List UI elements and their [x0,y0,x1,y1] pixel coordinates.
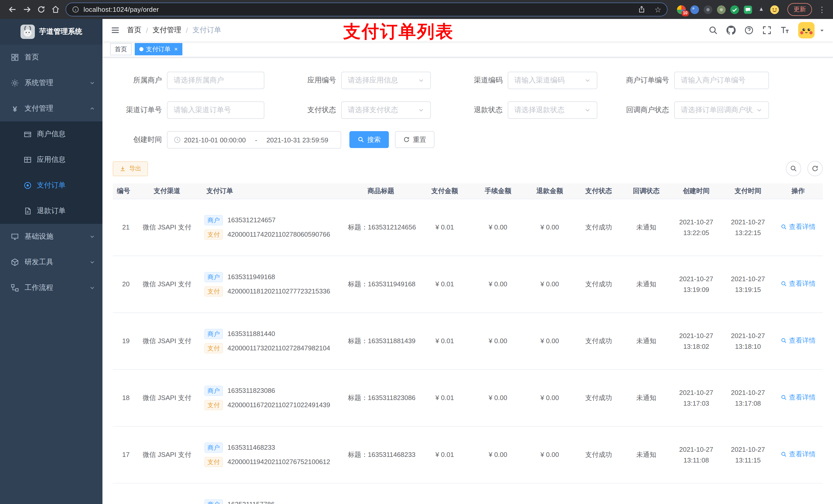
sidebar-item-app-info[interactable]: 应用信息 [0,147,102,173]
sidebar-item-infrastructure[interactable]: 基础设施 [0,224,102,249]
filter-row-2: 渠道订单号 请输入渠道订单号 支付状态 请选择支付状态 退款状态 [113,101,823,119]
channel-code-filter-select[interactable]: 请输入渠道编码 [508,72,597,89]
breadcrumb-section[interactable]: 支付管理 [153,26,181,35]
search-button[interactable]: 搜索 [349,131,389,148]
app-id-filter-select[interactable]: 请选择应用信息 [341,72,431,89]
forward-arrow-icon [22,5,31,14]
table-toolbar: 导出 [113,161,823,176]
cell-pay-time: 2021-10-27 13:22:15 [722,199,774,256]
font-size-icon[interactable] [780,26,789,35]
bookmark-star-icon[interactable]: ☆ [654,6,661,13]
hamburger-icon[interactable] [111,26,120,35]
chat-extension-icon[interactable] [743,5,753,14]
fullscreen-icon[interactable] [762,26,771,35]
magnifier-icon [781,451,787,457]
pay-order-no: 4200001174202110278060590766 [228,229,330,239]
caret-down-icon[interactable] [819,27,825,33]
browser-forward-button[interactable] [20,2,34,17]
toggle-search-button[interactable] [786,161,801,176]
search-icon[interactable] [709,26,718,35]
merchant-order-no-filter-label: 商户订单编号 [620,76,674,85]
pikachu-avatar-image [798,22,814,39]
sidebar: 芋道管理系统 首页 系统管理 ¥ 支付管理 [0,19,102,504]
table-row[interactable]: 16 微信 JSAPI 支付 商户 1635311157786 支付 [113,483,823,504]
cell-pay-order: 商户 1635311823086 支付 42000011672021102710… [200,369,344,426]
cell-id: 18 [113,369,134,426]
col-create-time: 创建时间 [670,183,722,199]
url-text[interactable]: localhost:1024/pay/order [84,6,628,13]
merchant-order-no-filter-input[interactable]: 请输入商户订单编号 [674,72,769,89]
merchant-filter-input[interactable]: 请选择所属商户 [167,72,264,89]
sidebar-item-payment[interactable]: ¥ 支付管理 [0,96,102,121]
chevron-down-icon [89,234,95,240]
app-title: 芋道管理系统 [39,27,82,37]
cell-amount: ¥ 0.01 [418,199,471,256]
info-icon[interactable] [72,6,79,13]
sidebar-item-devtools[interactable]: 研发工具 [0,249,102,275]
table-row[interactable]: 20 微信 JSAPI 支付 商户 1635311949168 支付 42000… [113,256,823,312]
create-time-filter-label: 创建时间 [113,135,167,144]
sidebar-item-merchant-info[interactable]: 商户信息 [0,121,102,147]
col-id: 编号 [113,183,134,199]
pin-extension-icon[interactable] [757,5,766,14]
help-icon[interactable] [744,26,754,35]
refund-status-filter-select[interactable]: 请选择退款状态 [508,101,597,119]
tab-pay-order[interactable]: 支付订单 × [135,43,182,55]
table-row[interactable]: 21 微信 JSAPI 支付 商户 1635312124657 支付 42000… [113,199,823,256]
view-detail-link[interactable]: 查看详情 [781,279,815,289]
check-extension-icon[interactable] [730,5,739,14]
magnifier-icon [781,337,787,343]
sidebar-item-pay-order[interactable]: 支付订单 [0,173,102,198]
close-icon[interactable]: × [174,46,178,52]
cell-status: 支付成功 [575,369,622,426]
browser-reload-button[interactable] [34,2,48,17]
cell-create-time: 2021-10-27 13:17:03 [670,369,722,426]
table-row[interactable]: 19 微信 JSAPI 支付 商户 1635311881440 支付 42000… [113,312,823,369]
breadcrumb-home[interactable]: 首页 [127,26,141,35]
browser-update-button[interactable]: 更新 [787,3,812,16]
refund-status-filter-label: 退款状态 [453,105,508,115]
channel-order-no-filter-input[interactable]: 请输入渠道订单号 [167,101,264,119]
cell-refund: ¥ 0.00 [525,256,575,312]
view-detail-link[interactable]: 查看详情 [781,392,815,402]
cell-channel: 微信 JSAPI 支付 [134,483,200,504]
view-detail-link[interactable]: 查看详情 [781,449,815,459]
github-icon[interactable] [727,26,736,35]
browser-home-button[interactable] [48,2,63,17]
create-time-range-picker[interactable]: 2021-10-01 00:00:00 - 2021-10-31 23:59:5… [167,131,341,148]
avatar[interactable] [798,22,814,39]
sidebar-item-refund-order[interactable]: 退款订单 [0,198,102,224]
omnibox[interactable]: localhost:1024/pay/order ☆ [66,3,668,16]
cell-create-time: 2021-10-27 13:22:05 [670,199,722,256]
sidebar-item-system[interactable]: 系统管理 [0,70,102,96]
sidebar-item-home[interactable]: 首页 [0,45,102,70]
notify-status-filter-select[interactable]: 请选择订单回调商户状态 [674,101,769,119]
pay-status-filter-select[interactable]: 请选择支付状态 [341,101,431,119]
export-button[interactable]: 导出 [113,161,148,176]
cell-pay-order: 商户 1635311949168 支付 42000011812021102777… [200,256,344,312]
browser-back-button[interactable] [5,2,20,17]
olive-extension-icon[interactable] [717,5,726,14]
logo-image [20,25,34,39]
tab-home[interactable]: 首页 [110,43,132,55]
smiley-extension-icon[interactable] [770,5,779,14]
table-row[interactable]: 17 微信 JSAPI 支付 商户 1635311468233 支付 42000… [113,426,823,483]
share-icon[interactable] [638,6,645,13]
cell-pay-order: 商户 1635311157786 支付 [200,483,344,504]
refresh-table-button[interactable] [807,161,823,176]
reload-icon [37,5,45,14]
reset-button[interactable]: 重置 [395,131,434,148]
dark-circle-extension-icon[interactable] [704,5,713,14]
table-row[interactable]: 18 微信 JSAPI 支付 商户 1635311823086 支付 42000… [113,369,823,426]
browser-menu-button[interactable]: ⋮ [816,6,828,13]
app-logo[interactable]: 芋道管理系统 [0,19,102,45]
cell-pay-time [722,483,774,504]
sidebar-item-workflow[interactable]: 工作流程 [0,275,102,301]
view-detail-link[interactable]: 查看详情 [781,335,815,345]
cell-actions: 查看详情 [774,369,823,426]
cell-actions: 查看详情 [774,199,823,256]
view-detail-link[interactable]: 查看详情 [781,221,815,232]
colorwheel-extension-icon[interactable]: 10 [677,5,686,14]
pay-tag: 支付 [205,229,223,239]
blue-extension-icon[interactable] [690,5,699,14]
